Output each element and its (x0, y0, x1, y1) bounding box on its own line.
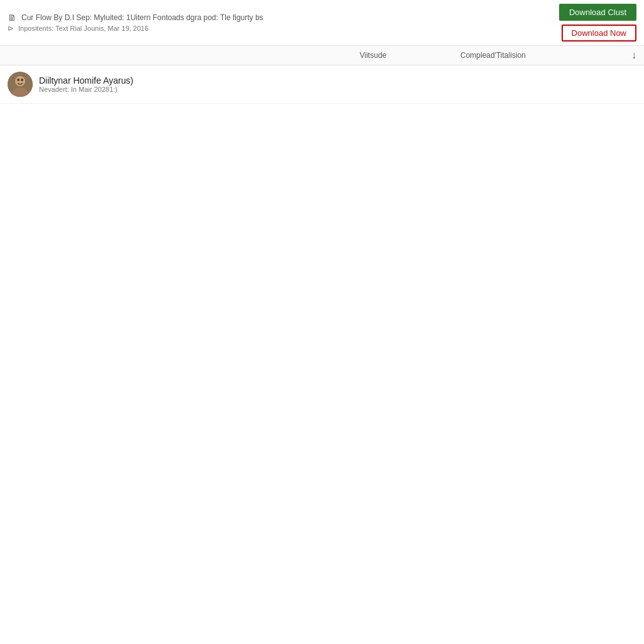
bookmark-icon: ⊳ (8, 24, 14, 33)
top-bar-left: 🗎 Cur Flow By D.I Sep: Myluited: 1Uitern… (8, 13, 264, 33)
top-bar: 🗎 Cur Flow By D.I Sep: Myluited: 1Uitern… (0, 0, 644, 46)
user-row: Diiltynar Homife Ayarus) Nevadert: In Ma… (0, 65, 644, 104)
user-name: Diiltynar Homife Ayarus) (39, 75, 360, 86)
column-headers: Viitsude Complead'Titalision ↓ (0, 46, 644, 65)
download-now-button[interactable]: Download Now (562, 25, 636, 42)
top-bar-subtitle: ⊳ Inpositents: Text Rial Jounis, Mar 19,… (8, 24, 264, 33)
subtitle-text: Inpositents: Text Rial Jounis, Mar 19, 2… (18, 25, 148, 32)
top-bar-title: 🗎 Cur Flow By D.I Sep: Myluited: 1Uitern… (8, 13, 264, 23)
user-info: Diiltynar Homife Ayarus) Nevadert: In Ma… (39, 75, 360, 93)
user-sub: Nevadert: In Mair 20281:) (39, 86, 360, 93)
svg-point-3 (17, 79, 19, 81)
top-bar-right: Download Clust Download Now (559, 4, 636, 42)
download-cloud-button[interactable]: Download Clust (559, 4, 636, 21)
page-icon: 🗎 (8, 13, 16, 23)
col-header-completed: Complead'Titalision (460, 51, 631, 60)
col-header-visits: Viitsude (360, 51, 460, 60)
title-text: Cur Flow By D.I Sep: Myluited: 1Uitern F… (21, 13, 264, 22)
avatar (8, 72, 33, 97)
sort-icon[interactable]: ↓ (631, 50, 636, 61)
svg-point-4 (21, 79, 23, 81)
